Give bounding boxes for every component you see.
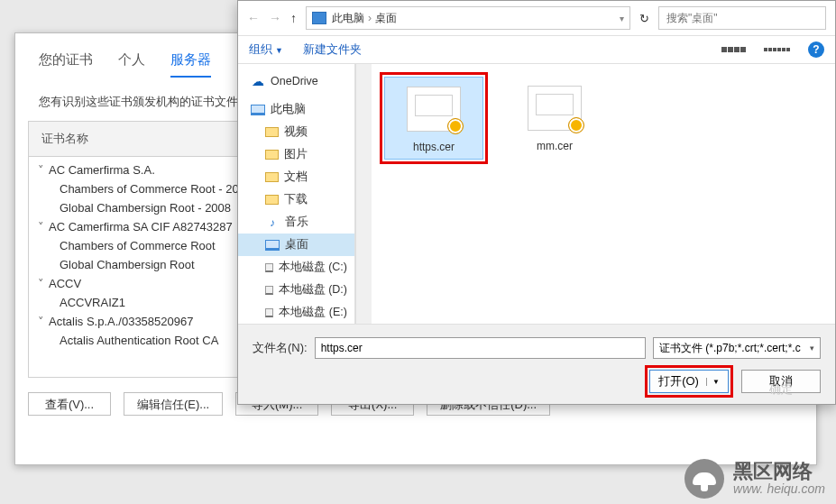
tree-scrollbar[interactable] bbox=[355, 64, 372, 324]
watermark-title: 黑区网络 bbox=[733, 461, 825, 482]
this-pc-icon bbox=[312, 12, 326, 24]
tree-disk-c[interactable]: 本地磁盘 (C:) bbox=[238, 256, 354, 279]
view-large-icons-icon[interactable] bbox=[721, 47, 746, 52]
dialog-toolbar: 组织▼ 新建文件夹 ? bbox=[238, 36, 835, 64]
open-button[interactable]: 打开(O)▼ bbox=[649, 370, 729, 393]
folder-icon bbox=[265, 172, 279, 182]
file-item-mm-cer[interactable]: mm.cer bbox=[505, 77, 604, 158]
tree-disk-e[interactable]: 本地磁盘 (E:) bbox=[238, 301, 354, 324]
watermark-url: www. heiqu.com bbox=[733, 482, 825, 496]
file-type-filter[interactable]: 证书文件 (*.p7b;*.crt;*.cert;*.c▾ bbox=[653, 337, 821, 359]
filename-label: 文件名(N): bbox=[253, 340, 308, 356]
certificate-file-icon bbox=[407, 87, 461, 132]
disk-icon bbox=[265, 308, 273, 317]
dialog-footer: 文件名(N): 证书文件 (*.p7b;*.crt;*.cert;*.c▾ 打开… bbox=[238, 324, 835, 404]
desktop-icon bbox=[265, 240, 280, 251]
tree-this-pc[interactable]: 此电脑 bbox=[238, 98, 354, 121]
tree-desktop[interactable]: 桌面 bbox=[238, 234, 354, 256]
disk-icon bbox=[265, 263, 273, 272]
tab-personal[interactable]: 个人 bbox=[118, 51, 145, 78]
view-details-icon[interactable] bbox=[764, 48, 790, 51]
search-input[interactable] bbox=[665, 11, 820, 25]
tree-music[interactable]: ♪音乐 bbox=[238, 211, 354, 234]
folder-icon bbox=[265, 195, 279, 205]
dialog-header: ← → ↑ 此电脑›桌面 ▾ ↻ bbox=[238, 1, 835, 36]
file-label: https.cer bbox=[390, 141, 477, 153]
certificate-file-icon bbox=[528, 86, 582, 131]
pc-icon bbox=[251, 105, 265, 115]
tab-your-certs[interactable]: 您的证书 bbox=[39, 51, 93, 78]
tree-downloads[interactable]: 下载 bbox=[238, 188, 354, 211]
music-icon: ♪ bbox=[265, 216, 280, 229]
nav-tree[interactable]: ☁OneDrive 此电脑 视频 图片 文档 下载 ♪音乐 桌面 本地磁盘 (C… bbox=[238, 64, 355, 324]
edit-trust-button[interactable]: 编辑信任(E)... bbox=[124, 392, 223, 416]
disk-icon bbox=[265, 286, 273, 295]
nav-up-icon[interactable]: ↑ bbox=[290, 11, 297, 25]
folder-icon bbox=[265, 150, 279, 160]
refresh-icon[interactable]: ↻ bbox=[639, 12, 649, 25]
tab-servers[interactable]: 服务器 bbox=[170, 51, 211, 78]
file-pane[interactable]: https.cer mm.cer bbox=[372, 64, 835, 324]
organize-menu[interactable]: 组织▼ bbox=[249, 41, 283, 58]
address-bar[interactable]: 此电脑›桌面 ▾ bbox=[306, 6, 630, 30]
help-icon[interactable]: ? bbox=[808, 41, 824, 58]
cloud-icon: ☁ bbox=[251, 75, 265, 87]
breadcrumb[interactable]: 此电脑›桌面 bbox=[332, 11, 397, 26]
tree-onedrive[interactable]: ☁OneDrive bbox=[238, 71, 354, 91]
watermark: 黑区网络 www. heiqu.com bbox=[684, 459, 825, 499]
search-box[interactable] bbox=[658, 6, 826, 30]
tree-disk-d[interactable]: 本地磁盘 (D:) bbox=[238, 279, 354, 301]
file-open-dialog: ← → ↑ 此电脑›桌面 ▾ ↻ 组织▼ 新建文件夹 ? ☁OneDrive bbox=[237, 0, 836, 405]
folder-icon bbox=[265, 127, 279, 137]
ghost-ok-text: 确定 bbox=[769, 381, 793, 398]
new-folder-button[interactable]: 新建文件夹 bbox=[303, 41, 362, 58]
nav-back-icon[interactable]: ← bbox=[247, 11, 260, 25]
filename-input[interactable] bbox=[315, 337, 646, 359]
file-item-https-cer[interactable]: https.cer bbox=[384, 77, 483, 160]
tree-videos[interactable]: 视频 bbox=[238, 121, 354, 143]
file-label: mm.cer bbox=[510, 140, 599, 152]
tree-pictures[interactable]: 图片 bbox=[238, 143, 354, 166]
view-button[interactable]: 查看(V)... bbox=[28, 392, 111, 416]
nav-forward-icon[interactable]: → bbox=[269, 11, 281, 25]
watermark-logo-icon bbox=[684, 459, 724, 499]
tree-documents[interactable]: 文档 bbox=[238, 166, 354, 188]
